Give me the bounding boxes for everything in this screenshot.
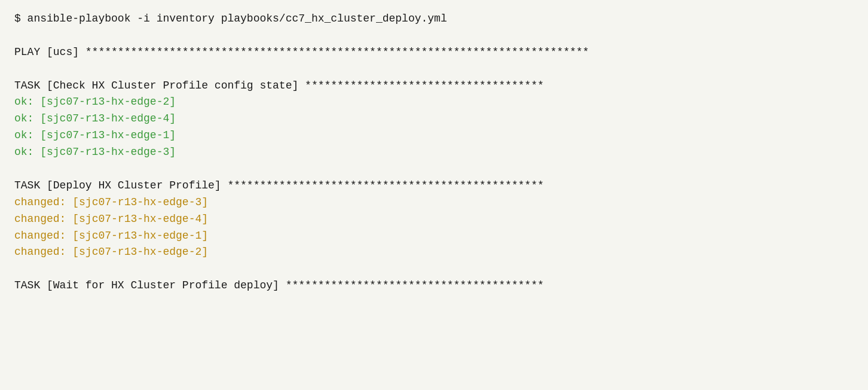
- cmd-line: $ ansible-playbook -i inventory playbook…: [14, 11, 854, 28]
- changed3: changed: [sjc07-r13-hx-edge-1]: [14, 228, 854, 245]
- status-label: changed:: [14, 196, 66, 208]
- play-ucs: PLAY [ucs] *****************************…: [14, 44, 854, 61]
- changed1: changed: [sjc07-r13-hx-edge-3]: [14, 194, 854, 211]
- host-label: [sjc07-r13-hx-edge-2]: [33, 96, 176, 108]
- status-label: changed:: [14, 213, 66, 225]
- host-label: [sjc07-r13-hx-edge-4]: [33, 112, 176, 124]
- task-wait: TASK [Wait for HX Cluster Profile deploy…: [14, 278, 854, 294]
- host-label: [sjc07-r13-hx-edge-3]: [33, 146, 176, 158]
- host-label: [sjc07-r13-hx-edge-1]: [33, 129, 176, 141]
- changed4: changed: [sjc07-r13-hx-edge-2]: [14, 244, 854, 261]
- host-label: [sjc07-r13-hx-edge-4]: [66, 213, 208, 225]
- empty-line: [14, 61, 854, 78]
- status-label: ok:: [14, 112, 33, 124]
- ok1: ok: [sjc07-r13-hx-edge-2]: [14, 94, 854, 111]
- ok3: ok: [sjc07-r13-hx-edge-1]: [14, 127, 854, 144]
- status-label: changed:: [14, 230, 66, 242]
- status-label: changed:: [14, 246, 66, 258]
- status-label: ok:: [14, 146, 33, 158]
- status-label: ok:: [14, 96, 33, 108]
- task-check: TASK [Check HX Cluster Profile config st…: [14, 78, 854, 95]
- ok4: ok: [sjc07-r13-hx-edge-3]: [14, 144, 854, 161]
- ok2: ok: [sjc07-r13-hx-edge-4]: [14, 111, 854, 127]
- host-label: [sjc07-r13-hx-edge-2]: [66, 246, 208, 258]
- empty-line: [14, 161, 854, 178]
- task-deploy: TASK [Deploy HX Cluster Profile] *******…: [14, 178, 854, 194]
- empty-line: [14, 261, 854, 278]
- terminal-output: $ ansible-playbook -i inventory playbook…: [14, 11, 854, 294]
- status-label: ok:: [14, 129, 33, 141]
- changed2: changed: [sjc07-r13-hx-edge-4]: [14, 211, 854, 228]
- empty-line: [14, 28, 854, 44]
- host-label: [sjc07-r13-hx-edge-3]: [66, 196, 208, 208]
- host-label: [sjc07-r13-hx-edge-1]: [66, 230, 208, 242]
